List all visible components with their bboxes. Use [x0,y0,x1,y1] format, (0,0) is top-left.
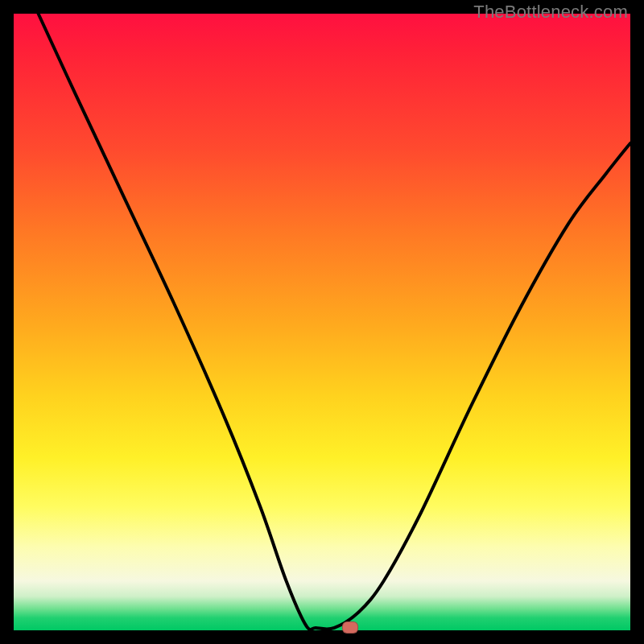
chart-marker [342,621,358,634]
chart-curve-layer [14,14,630,630]
watermark-text: TheBottleneck.com [473,2,628,23]
chart-frame: TheBottleneck.com [0,0,644,644]
bottleneck-curve [39,14,630,630]
